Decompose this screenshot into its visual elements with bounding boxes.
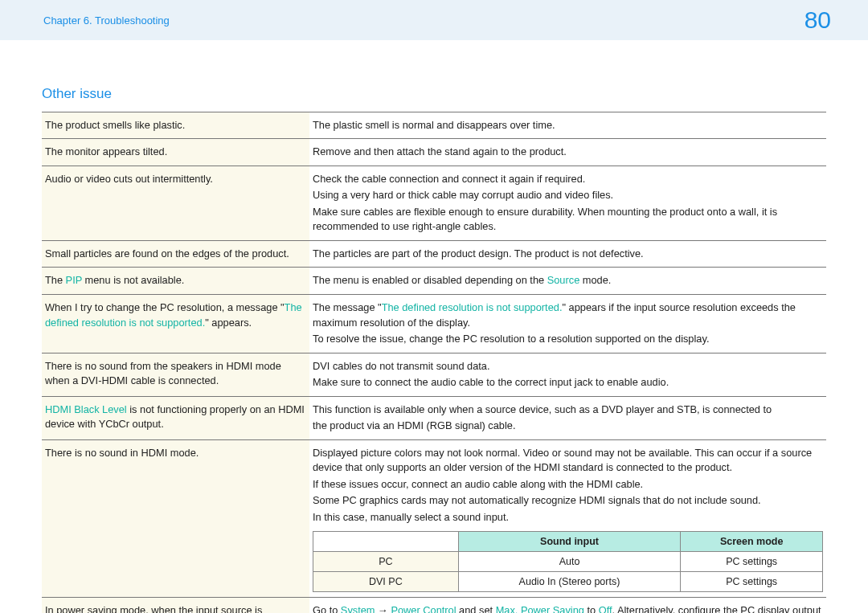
table-row: When I try to change the PC resolution, …: [42, 295, 826, 353]
text-span: " appears.: [205, 317, 252, 329]
text-span: →: [375, 604, 391, 613]
issue-cell: Audio or video cuts out intermittently.: [42, 166, 309, 240]
solution-cell: Go to System → Power Control and set Max…: [309, 597, 826, 613]
table-row: There is no sound from the speakers in H…: [42, 353, 826, 396]
text-span: The message ": [313, 301, 382, 313]
inner-td: Audio In (Stereo ports): [458, 571, 681, 591]
issue-cell: In power saving mode, when the input sou…: [42, 597, 309, 613]
table-row: HDMI Black Level is not functioning prop…: [42, 396, 826, 439]
text-line: The monitor appears tilted.: [45, 144, 306, 161]
text-line: Remove and then attach the stand again t…: [313, 144, 823, 161]
inner-td: PC settings: [681, 571, 823, 591]
inner-td: Auto: [458, 551, 681, 571]
inner-td: PC settings: [681, 551, 823, 571]
text-span: Go to: [313, 604, 341, 613]
solution-cell: DVI cables do not transmit sound data.Ma…: [309, 353, 826, 396]
text-line: In power saving mode, when the input sou…: [45, 603, 306, 613]
text-line: There is no sound in HDMI mode.: [45, 445, 306, 462]
solution-cell: The plastic smell is normal and disappea…: [309, 112, 826, 139]
text-line: The PIP menu is not available.: [45, 272, 306, 289]
page-content: Other issue The product smells like plas…: [0, 40, 868, 613]
text-line: Check the cable connection and connect i…: [313, 171, 823, 188]
text-span: to: [584, 604, 599, 613]
issue-cell: There is no sound from the speakers in H…: [42, 353, 309, 396]
sound-mode-table: Sound inputScreen modePCAutoPC settingsD…: [313, 531, 823, 592]
text-line: Small particles are found on the edges o…: [45, 246, 306, 263]
text-line: Make sure cables are flexible enough to …: [313, 204, 823, 235]
text-line: Some PC graphics cards may not automatic…: [313, 492, 823, 509]
text-line: The product smells like plastic.: [45, 117, 306, 134]
text-line: Make sure to connect the audio cable to …: [313, 374, 823, 391]
text-line: When I try to change the PC resolution, …: [45, 300, 306, 331]
text-span: The: [45, 274, 66, 286]
text-line: The plastic smell is normal and disappea…: [313, 117, 823, 134]
issue-cell: When I try to change the PC resolution, …: [42, 295, 309, 353]
inner-td: DVI PC: [313, 571, 459, 591]
table-row: There is no sound in HDMI mode.Displayed…: [42, 439, 826, 597]
text-line: In this case, manually select a sound in…: [313, 509, 823, 526]
issue-cell: The monitor appears tilted.: [42, 139, 309, 166]
text-span: and set: [457, 604, 496, 613]
chapter-label: Chapter 6. Troubleshooting: [43, 14, 170, 27]
solution-cell: Remove and then attach the stand again t…: [309, 139, 826, 166]
issue-cell: HDMI Black Level is not functioning prop…: [42, 396, 309, 439]
table-row: The PIP menu is not available.The menu i…: [42, 268, 826, 295]
highlight-term: System: [341, 604, 375, 613]
table-row: The product smells like plastic.The plas…: [42, 112, 826, 139]
text-line: the product via an HDMI (RGB signal) cab…: [313, 418, 823, 435]
page-header: Chapter 6. Troubleshooting 80: [0, 0, 868, 40]
solution-cell: The particles are part of the product de…: [309, 240, 826, 268]
highlight-term: Power Control: [391, 604, 456, 613]
text-line: The message "The defined resolution is n…: [313, 300, 823, 331]
highlight-term: Off: [599, 604, 612, 613]
text-line: There is no sound from the speakers in H…: [45, 358, 306, 390]
issue-cell: The PIP menu is not available.: [42, 268, 309, 295]
text-line: DVI cables do not transmit sound data.: [313, 358, 823, 375]
page-number: 80: [805, 6, 831, 34]
table-row: In power saving mode, when the input sou…: [42, 597, 826, 613]
text-line: Go to System → Power Control and set Max…: [313, 603, 823, 613]
troubleshooting-table: The product smells like plastic.The plas…: [42, 112, 826, 613]
text-span: The menu is enabled or disabled dependin…: [313, 274, 547, 286]
text-span: menu is not available.: [82, 274, 184, 286]
text-span: When I try to change the PC resolution, …: [45, 301, 285, 313]
solution-cell: The message "The defined resolution is n…: [309, 295, 826, 353]
inner-td: PC: [313, 551, 459, 571]
text-line: The particles are part of the product de…: [313, 246, 823, 263]
section-title: Other issue: [42, 84, 826, 104]
inner-th: Sound input: [458, 531, 681, 551]
solution-cell: The menu is enabled or disabled dependin…: [309, 268, 826, 295]
text-line: To resolve the issue, change the PC reso…: [313, 331, 823, 348]
text-line: HDMI Black Level is not functioning prop…: [45, 402, 306, 433]
text-line: If these issues occur, connect an audio …: [313, 476, 823, 493]
text-span: In power saving mode, when the input sou…: [45, 604, 262, 613]
text-line: This function is available only when a s…: [313, 402, 823, 419]
text-span: mode.: [579, 274, 611, 286]
highlight-term: PIP: [66, 274, 82, 286]
table-row: Small particles are found on the edges o…: [42, 240, 826, 268]
table-row: Audio or video cuts out intermittently.C…: [42, 166, 826, 240]
solution-cell: Displayed picture colors may not look no…: [309, 439, 826, 597]
issue-cell: Small particles are found on the edges o…: [42, 240, 309, 268]
highlight-term: HDMI Black Level: [45, 403, 127, 415]
issue-cell: There is no sound in HDMI mode.: [42, 439, 309, 597]
highlight-term: The defined resolution is not supported.: [382, 301, 563, 313]
text-line: Using a very hard or thick cable may cor…: [313, 187, 823, 204]
text-line: The menu is enabled or disabled dependin…: [313, 272, 823, 289]
solution-cell: This function is available only when a s…: [309, 396, 826, 439]
table-row: The monitor appears tilted.Remove and th…: [42, 139, 826, 166]
highlight-term: Max. Power Saving: [496, 604, 584, 613]
highlight-term: Source: [547, 274, 580, 286]
inner-th: Screen mode: [681, 531, 823, 551]
text-line: Audio or video cuts out intermittently.: [45, 171, 306, 188]
issue-cell: The product smells like plastic.: [42, 112, 309, 139]
inner-th: [313, 531, 459, 551]
text-line: Displayed picture colors may not look no…: [313, 445, 823, 476]
solution-cell: Check the cable connection and connect i…: [309, 166, 826, 240]
